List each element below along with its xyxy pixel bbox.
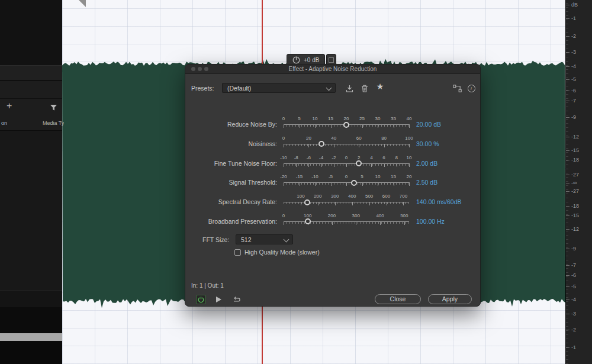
presets-label: Presets: xyxy=(191,85,214,92)
dialog-title: Effect - Adaptive Noise Reduction xyxy=(185,66,480,72)
major-tick xyxy=(334,144,334,147)
slider-label: Fine Tune Noise Floor: xyxy=(185,160,277,167)
save-preset-icon[interactable] xyxy=(344,83,355,93)
ruler-tick xyxy=(566,275,570,276)
slider-knob-fine-tune-noise-floor[interactable] xyxy=(356,160,362,166)
slider-knob-reduce-noise-by[interactable] xyxy=(343,122,349,128)
slider-label: Broadband Preservation: xyxy=(185,218,277,225)
slider-track-noisiness[interactable]: 020406080100 xyxy=(284,135,409,153)
major-tick xyxy=(331,182,332,186)
slider-track-reduce-noise-by[interactable]: 0510152025303540 xyxy=(284,115,409,133)
media-type-filter[interactable]: Media Ty xyxy=(43,120,64,126)
close-button[interactable]: Close xyxy=(375,294,421,304)
major-tick xyxy=(362,124,363,128)
ruler-label: -7 xyxy=(566,263,576,268)
channel-routing-icon[interactable] xyxy=(452,83,462,93)
ruler-tick xyxy=(566,160,570,160)
amplitude-ruler[interactable]: dB-1-1-2-2-3-3-4-4-5-5-6-6-7-7-9-9-12-12… xyxy=(565,0,592,364)
ruler-tick xyxy=(566,229,570,230)
tick-label: 0 xyxy=(282,116,285,122)
slider-value[interactable]: 100.00 Hz xyxy=(416,218,445,225)
tick-label: -5 xyxy=(329,174,333,180)
high-quality-checkbox[interactable] xyxy=(234,249,241,256)
slider-knob-signal-threshold[interactable] xyxy=(351,180,357,186)
tick-label: 0 xyxy=(282,136,285,141)
ruler-tick xyxy=(566,175,570,175)
tick-label: -10 xyxy=(280,155,287,161)
tick-label: 100 xyxy=(297,194,304,199)
effect-power-toggle[interactable] xyxy=(196,295,206,304)
slider-baseline xyxy=(284,144,409,144)
ruler-label: -15 xyxy=(566,213,579,218)
slider-row-broadband-preservation: Broadband Preservation:01002003004005001… xyxy=(185,212,481,232)
tick-label: 15 xyxy=(328,116,333,122)
apply-button[interactable]: Apply xyxy=(428,294,472,304)
major-tick xyxy=(409,163,410,167)
major-tick xyxy=(346,163,347,167)
tick-label: 500 xyxy=(365,194,373,199)
knob-icon[interactable] xyxy=(292,56,300,64)
ruler-tick xyxy=(566,215,570,216)
fft-size-label: FFT Size: xyxy=(202,236,229,243)
loop-playback-button[interactable] xyxy=(231,295,242,304)
tick-label: 25 xyxy=(359,116,365,122)
slider-value[interactable]: 30.00 % xyxy=(416,140,439,147)
tick-label: 30 xyxy=(375,116,381,122)
panel-gap xyxy=(0,307,62,333)
io-status: In: 1 | Out: 1 xyxy=(191,282,224,289)
tick-label: -8 xyxy=(294,155,298,161)
major-tick xyxy=(397,163,397,167)
dialog-titlebar[interactable]: Effect - Adaptive Noise Reduction xyxy=(185,65,480,74)
files-list[interactable] xyxy=(0,131,62,291)
info-icon[interactable]: i xyxy=(466,83,477,93)
ruler-label: -2 xyxy=(566,327,576,333)
ruler-label: -5 xyxy=(566,284,576,289)
delete-preset-icon[interactable] xyxy=(359,83,370,93)
preview-play-button[interactable] xyxy=(214,295,224,304)
tick-label: 400 xyxy=(348,194,356,199)
slider-value[interactable]: 2.00 dB xyxy=(416,160,437,167)
tick-label: 200 xyxy=(314,194,321,199)
add-files-button[interactable]: + xyxy=(7,101,12,111)
slider-value[interactable]: 2.50 dB xyxy=(416,179,437,186)
fft-size-dropdown[interactable]: 512 xyxy=(236,234,293,244)
slider-value[interactable]: 20.00 dB xyxy=(416,121,441,128)
slider-row-fine-tune-noise-floor: Fine Tune Noise Floor:-10-8-6-4-20246810… xyxy=(185,154,481,174)
major-tick xyxy=(315,124,316,128)
slider-track-broadband-preservation[interactable]: 0100200300400500 xyxy=(284,212,409,230)
horizontal-scrollbar[interactable] xyxy=(0,333,62,341)
info-circle: i xyxy=(468,85,475,92)
major-tick xyxy=(409,182,410,186)
major-tick xyxy=(369,202,370,205)
volume-hud-value[interactable]: +0 dB xyxy=(304,57,319,63)
tick-label: 2 xyxy=(358,155,360,161)
slider-knob-noisiness[interactable] xyxy=(318,141,324,147)
tick-label: -10 xyxy=(311,174,318,180)
slider-track-signal-threshold[interactable]: -20-15-10-505101520 xyxy=(284,173,409,191)
slider-value[interactable]: 140.00 ms/60dB xyxy=(416,198,461,205)
tick-label: 5 xyxy=(298,116,300,122)
ruler-tick xyxy=(566,330,570,330)
ruler-label: -6 xyxy=(566,273,576,278)
major-tick xyxy=(334,163,334,167)
ruler-unit-label: dB xyxy=(566,2,578,8)
tick-label: 15 xyxy=(391,174,396,180)
files-panel-footer xyxy=(0,291,62,308)
filter-funnel-icon[interactable] xyxy=(50,103,57,114)
presets-dropdown[interactable]: (Default) xyxy=(222,83,336,93)
slider-knob-spectral-decay-rate[interactable] xyxy=(304,199,310,205)
slider-track-spectral-decay-rate[interactable]: 100200300400500600700 xyxy=(284,193,409,211)
ruler-tick xyxy=(566,36,570,37)
favorite-star-icon[interactable]: ★ xyxy=(375,82,385,91)
major-tick xyxy=(371,163,372,167)
ruler-label: -27 xyxy=(566,189,579,194)
effect-dialog: Effect - Adaptive Noise Reduction Preset… xyxy=(185,64,481,307)
ruler-tick xyxy=(566,101,570,101)
major-tick xyxy=(331,124,332,128)
slider-knob-broadband-preservation[interactable] xyxy=(305,218,311,224)
ruler-tick xyxy=(566,117,570,118)
major-tick xyxy=(296,163,297,167)
tick-label: 40 xyxy=(331,136,336,141)
files-panel-strip xyxy=(0,66,62,80)
slider-track-fine-tune-noise-floor[interactable]: -10-8-6-4-20246810 xyxy=(284,154,409,172)
